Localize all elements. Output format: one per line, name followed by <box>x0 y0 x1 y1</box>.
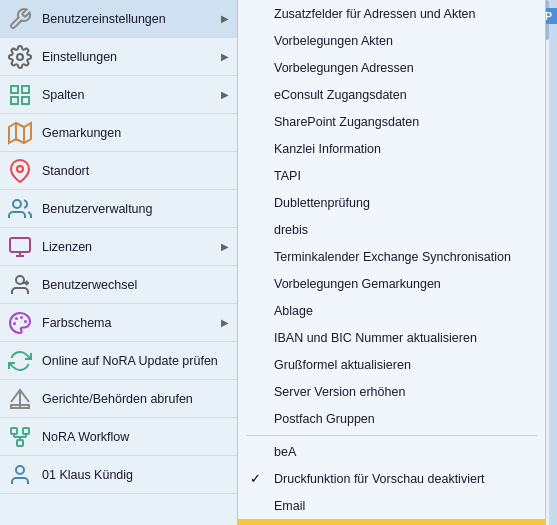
sidebar-item-einstellungen[interactable]: Einstellungen ▶ <box>0 38 237 76</box>
svg-rect-1 <box>11 86 18 93</box>
check-placeholder <box>250 33 270 48</box>
svg-rect-2 <box>22 86 29 93</box>
arrow-icon: ▶ <box>221 241 229 252</box>
submenu-item-ablage[interactable]: Ablage <box>238 297 545 324</box>
sidebar-item-spalten[interactable]: Spalten ▶ <box>0 76 237 114</box>
submenu-item-bea[interactable]: beA <box>238 438 545 465</box>
submenu-item-drebis[interactable]: drebis <box>238 216 545 243</box>
submenu-item-grussformel[interactable]: Grußformel aktualisieren <box>238 351 545 378</box>
svg-marker-5 <box>9 123 31 143</box>
check-placeholder <box>250 357 270 372</box>
sidebar-label-benutzereinstellungen: Benutzereinstellungen <box>42 12 217 26</box>
check-placeholder <box>250 87 270 102</box>
svg-point-14 <box>16 318 17 319</box>
update-icon <box>6 347 34 375</box>
wrench-icon <box>6 5 34 33</box>
submenu-item-kanzlei-info[interactable]: Kanzlei Information <box>238 135 545 162</box>
submenu-item-zusatzfelder[interactable]: Zusatzfelder für Adressen und Akten <box>238 0 545 27</box>
svg-rect-10 <box>10 238 30 252</box>
submenu-item-tapi[interactable]: TAPI <box>238 162 545 189</box>
sidebar-label-nora-workflow: NoRA Workflow <box>42 430 229 444</box>
submenu-item-bea-web[interactable]: Auf Bea Web 3.0 umstellen <box>238 519 545 525</box>
check-placeholder <box>250 114 270 129</box>
submenu-item-econsult[interactable]: eConsult Zugangsdaten <box>238 81 545 108</box>
submenu-item-server-version[interactable]: Server Version erhöhen <box>238 378 545 405</box>
svg-point-25 <box>16 466 24 474</box>
users-icon <box>6 195 34 223</box>
submenu-item-druckfunktion[interactable]: ✓ Druckfunktion für Vorschau deaktiviert <box>238 465 545 492</box>
sidebar-label-gerichte: Gerichte/Behörden abrufen <box>42 392 229 406</box>
submenu-item-sharepoint[interactable]: SharePoint Zugangsdaten <box>238 108 545 135</box>
arrow-icon: ▶ <box>221 89 229 100</box>
submenu-item-postfach-gruppen[interactable]: Postfach Gruppen <box>238 405 545 432</box>
check-placeholder <box>250 195 270 210</box>
svg-rect-3 <box>11 97 18 104</box>
submenu-item-terminkalender[interactable]: Terminkalender Exchange Synchronisation <box>238 243 545 270</box>
grid-icon <box>6 81 34 109</box>
submenu-item-dubletten[interactable]: Dublettenprüfung <box>238 189 545 216</box>
gear-icon <box>6 43 34 71</box>
sidebar-item-standort[interactable]: Standort <box>0 152 237 190</box>
arrow-icon: ▶ <box>221 51 229 62</box>
checkmark-icon: ✓ <box>250 471 270 486</box>
sidebar-label-online-update: Online auf NoRA Update prüfen <box>42 354 229 368</box>
svg-rect-4 <box>22 97 29 104</box>
submenu-item-vorb-akten[interactable]: Vorbelegungen Akten <box>238 27 545 54</box>
check-placeholder <box>250 249 270 264</box>
svg-point-12 <box>21 317 22 318</box>
arrow-icon: ▶ <box>221 317 229 328</box>
switch-icon <box>6 271 34 299</box>
sidebar-item-lizenzen[interactable]: Lizenzen ▶ <box>0 228 237 266</box>
check-placeholder <box>250 303 270 318</box>
arrow-icon: ▶ <box>221 13 229 24</box>
left-menu: Benutzereinstellungen ▶ Einstellungen ▶ … <box>0 0 238 525</box>
svg-point-9 <box>13 200 21 208</box>
check-placeholder <box>250 168 270 183</box>
sidebar-item-benutzereinstellungen[interactable]: Benutzereinstellungen ▶ <box>0 0 237 38</box>
submenu-item-vorb-gemarkungen[interactable]: Vorbelegungen Gemarkungen <box>238 270 545 297</box>
sidebar-item-benutzerwechsel[interactable]: Benutzerwechsel <box>0 266 237 304</box>
check-placeholder <box>250 222 270 237</box>
sidebar-item-user-profile[interactable]: 01 Klaus Kündig <box>0 456 237 494</box>
sidebar-label-gemarkungen: Gemarkungen <box>42 126 229 140</box>
sidebar-item-online-update[interactable]: Online auf NoRA Update prüfen <box>0 342 237 380</box>
sidebar-label-lizenzen: Lizenzen <box>42 240 217 254</box>
svg-rect-20 <box>17 440 23 446</box>
check-placeholder <box>250 444 270 459</box>
check-placeholder <box>250 6 270 21</box>
submenu-item-email[interactable]: Email <box>238 492 545 519</box>
sidebar-item-gemarkungen[interactable]: Gemarkungen <box>0 114 237 152</box>
right-submenu: Zusatzfelder für Adressen und Akten Vorb… <box>238 0 546 525</box>
sidebar-label-einstellungen: Einstellungen <box>42 50 217 64</box>
court-icon <box>6 385 34 413</box>
check-placeholder <box>250 384 270 399</box>
sidebar-label-benutzerverwaltung: Benutzerverwaltung <box>42 202 229 216</box>
check-placeholder <box>250 498 270 513</box>
check-placeholder <box>250 60 270 75</box>
submenu-item-vorb-adressen[interactable]: Vorbelegungen Adressen <box>238 54 545 81</box>
check-placeholder <box>250 141 270 156</box>
sidebar-item-gerichte[interactable]: Gerichte/Behörden abrufen <box>0 380 237 418</box>
svg-point-15 <box>14 323 15 324</box>
sidebar-item-farbschema[interactable]: Farbschema ▶ <box>0 304 237 342</box>
check-placeholder <box>250 411 270 426</box>
sidebar-label-spalten: Spalten <box>42 88 217 102</box>
sidebar-label-benutzerwechsel: Benutzerwechsel <box>42 278 229 292</box>
license-icon <box>6 233 34 261</box>
check-placeholder <box>250 276 270 291</box>
sidebar-label-farbschema: Farbschema <box>42 316 217 330</box>
sidebar-item-benutzerverwaltung[interactable]: Benutzerverwaltung <box>0 190 237 228</box>
svg-rect-19 <box>23 428 29 434</box>
sidebar-label-user-profile: 01 Klaus Kündig <box>42 468 229 482</box>
sidebar-label-standort: Standort <box>42 164 229 178</box>
svg-point-0 <box>17 54 23 60</box>
submenu-item-iban-bic[interactable]: IBAN und BIC Nummer aktualisieren <box>238 324 545 351</box>
check-placeholder <box>250 330 270 345</box>
svg-point-8 <box>17 166 23 172</box>
map-icon <box>6 119 34 147</box>
user-icon <box>6 461 34 489</box>
sidebar-item-nora-workflow[interactable]: NoRA Workflow <box>0 418 237 456</box>
palette-icon <box>6 309 34 337</box>
svg-point-13 <box>25 321 26 322</box>
workflow-icon <box>6 423 34 451</box>
